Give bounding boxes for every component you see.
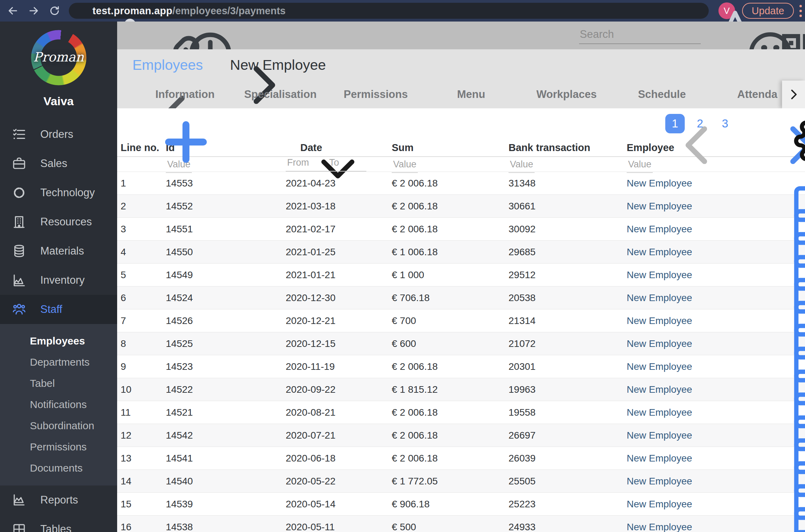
submenu-item[interactable]: Subordination [0, 415, 117, 436]
cell-employee-link[interactable]: New Employee [627, 499, 762, 510]
sidebar-item[interactable]: Tables [0, 515, 117, 532]
pagination-page[interactable]: 2 [690, 114, 710, 133]
browser-menu-icon[interactable] [799, 5, 802, 17]
delete-row-icon[interactable] [788, 222, 802, 236]
edit-row-icon[interactable] [762, 222, 775, 236]
cell-employee-link[interactable]: New Employee [627, 407, 762, 418]
filter-sum-input[interactable]: Value [392, 159, 418, 173]
sidebar-item[interactable]: Resources [0, 207, 117, 236]
edit-row-icon[interactable] [762, 474, 775, 488]
delete-employee-icon[interactable] [776, 56, 793, 74]
tab[interactable]: Workplaces [519, 88, 614, 101]
edit-row-icon[interactable] [762, 176, 775, 190]
cell-employee-link[interactable]: New Employee [627, 430, 762, 441]
delete-row-icon[interactable] [788, 406, 802, 419]
delete-row-icon[interactable] [788, 291, 802, 305]
delete-row-icon[interactable] [788, 176, 802, 190]
sidebar-item[interactable]: Orders [0, 120, 117, 149]
sidebar-item[interactable]: Materials [0, 236, 117, 266]
tab[interactable]: Specialisation [233, 88, 328, 101]
tab[interactable]: Schedule [614, 88, 709, 101]
edit-row-icon[interactable] [762, 520, 775, 532]
filter-date-range[interactable]: FromTo [286, 157, 366, 172]
edit-row-icon[interactable] [762, 497, 775, 511]
cell-employee-link[interactable]: New Employee [627, 178, 762, 189]
add-payment-icon[interactable] [134, 116, 149, 131]
clock-icon[interactable] [158, 27, 174, 43]
sidebar-item[interactable]: Staff [0, 295, 117, 324]
app-screen: test.proman.app/employees/3/payments V U… [0, 0, 805, 532]
edit-row-icon[interactable] [762, 337, 775, 351]
cell-employee-link[interactable]: New Employee [627, 361, 762, 372]
delete-row-icon[interactable] [788, 268, 802, 282]
delete-row-icon[interactable] [788, 497, 802, 511]
edit-row-icon[interactable] [762, 268, 775, 282]
pagination-page[interactable]: 1 [665, 114, 685, 133]
cell-employee-link[interactable]: New Employee [627, 453, 762, 464]
cell-employee-link[interactable]: New Employee [627, 522, 762, 532]
sidebar-item[interactable]: Reports [0, 485, 117, 515]
submenu-item[interactable]: Documents [0, 457, 117, 479]
cell-employee-link[interactable]: New Employee [627, 338, 762, 349]
sidebar-item[interactable]: Technology [0, 178, 117, 207]
cell-employee-link[interactable]: New Employee [627, 315, 762, 326]
edit-row-icon[interactable] [762, 199, 775, 213]
sidebar-item[interactable]: Sales [0, 149, 117, 178]
pagination-next-icon[interactable] [747, 119, 756, 128]
delete-row-icon[interactable] [788, 314, 802, 328]
edit-row-icon[interactable] [762, 360, 775, 374]
column-header-bank[interactable]: Bank transaction [509, 142, 627, 153]
cell-employee-link[interactable]: New Employee [627, 247, 762, 258]
browser-reload-icon[interactable] [49, 5, 60, 17]
delete-row-icon[interactable] [788, 360, 802, 374]
bookmark-star-icon[interactable] [683, 5, 695, 17]
cell-employee-link[interactable]: New Employee [627, 292, 762, 304]
hamburger-menu-icon[interactable] [781, 27, 797, 43]
submenu-item[interactable]: Departments [0, 351, 117, 373]
submenu-item[interactable]: Permissions [0, 436, 117, 457]
cell-employee-link[interactable]: New Employee [627, 476, 762, 487]
search-input[interactable] [579, 27, 701, 43]
edit-row-icon[interactable] [762, 451, 775, 465]
sidebar-item[interactable]: Inventory [0, 266, 117, 295]
tab[interactable]: Information [137, 88, 233, 101]
filter-bank-input[interactable]: Value [509, 159, 535, 173]
edit-row-icon[interactable] [762, 314, 775, 328]
edit-row-icon[interactable] [762, 406, 775, 419]
tabs-scroll-left-icon[interactable] [123, 89, 135, 100]
edit-row-icon[interactable] [762, 429, 775, 442]
smiley-icon[interactable] [718, 27, 734, 43]
submenu-item[interactable]: Notifications [0, 394, 117, 415]
pagination-page[interactable]: 3 [715, 114, 735, 133]
edit-row-icon[interactable] [762, 245, 775, 259]
delete-row-icon[interactable] [788, 245, 802, 259]
delete-row-icon[interactable] [788, 199, 802, 213]
submenu-item[interactable]: Employees [0, 330, 117, 351]
tab[interactable]: Permissions [328, 88, 423, 101]
url-bar[interactable]: test.proman.app/employees/3/payments [69, 3, 709, 19]
cell-employee-link[interactable]: New Employee [627, 269, 762, 281]
submenu-item[interactable]: Tabel [0, 373, 117, 394]
browser-back-icon[interactable] [7, 5, 19, 17]
cell-employee-link[interactable]: New Employee [627, 384, 762, 395]
delete-row-icon[interactable] [788, 474, 802, 488]
breadcrumb-parent-link[interactable]: Employees [132, 57, 203, 73]
table-settings-gear-icon[interactable] [768, 115, 786, 132]
browser-forward-icon[interactable] [28, 5, 40, 17]
delete-row-icon[interactable] [788, 429, 802, 442]
delete-row-icon[interactable] [788, 383, 802, 397]
delete-row-icon[interactable] [788, 520, 802, 532]
column-header-sum[interactable]: Sum [392, 142, 509, 153]
tab[interactable]: Menu [423, 88, 519, 101]
tabs-scroll-right[interactable] [782, 81, 805, 108]
cell-employee-link[interactable]: New Employee [627, 224, 762, 235]
delete-row-icon[interactable] [788, 451, 802, 465]
pagination-prev-icon[interactable] [646, 119, 655, 128]
delete-row-icon[interactable] [788, 337, 802, 351]
link-icon[interactable] [130, 27, 146, 43]
edit-row-icon[interactable] [762, 291, 775, 305]
edit-row-icon[interactable] [762, 383, 775, 397]
cell-employee-link[interactable]: New Employee [627, 201, 762, 212]
column-header-date[interactable]: Date [286, 142, 392, 153]
qr-code-icon[interactable] [749, 27, 765, 43]
